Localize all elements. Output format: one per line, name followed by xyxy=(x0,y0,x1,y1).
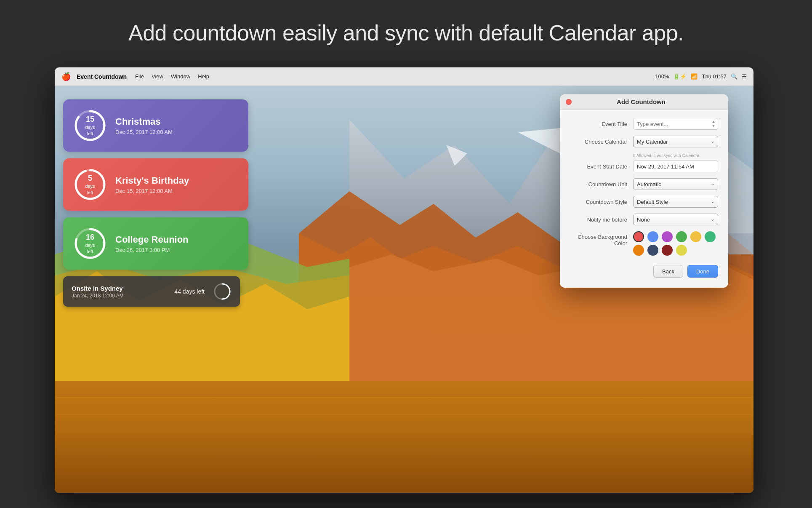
birthday-date: Dec 15, 2017 12:00 AM xyxy=(115,188,238,194)
color-darkblue[interactable] xyxy=(647,245,658,256)
event-title-control: ▲▼ xyxy=(633,118,718,130)
reunion-title: College Reunion xyxy=(115,234,238,245)
battery-pct: 100% xyxy=(655,73,669,80)
sydney-title: Onsite in Sydney xyxy=(72,285,166,292)
christmas-circle: 15 daysleft xyxy=(73,109,107,142)
christmas-title: Christmas xyxy=(115,116,238,127)
menu-file[interactable]: File xyxy=(135,73,144,80)
sydney-circle xyxy=(213,282,232,301)
birthday-days: 5 daysleft xyxy=(85,174,95,195)
wifi-icon: 📶 xyxy=(691,73,698,80)
birthday-card[interactable]: 5 daysleft Kristy's Birthday Dec 15, 201… xyxy=(63,158,248,211)
color-row: Choose Background Color xyxy=(570,231,718,256)
christmas-date: Dec 25, 2017 12:00 AM xyxy=(115,129,238,135)
modal-title: Add Countdown xyxy=(617,98,677,105)
svg-rect-11 xyxy=(55,381,753,398)
reunion-days: 16 daysleft xyxy=(85,233,95,254)
event-title-row: Event Title ▲▼ xyxy=(570,118,718,130)
countdown-unit-select[interactable]: Automatic xyxy=(633,178,718,190)
countdown-unit-row: Countdown Unit Automatic xyxy=(570,178,718,190)
notify-select[interactable]: None xyxy=(633,214,718,225)
close-button[interactable] xyxy=(566,99,572,105)
color-green2[interactable] xyxy=(705,231,716,242)
back-button[interactable]: Back xyxy=(653,265,683,278)
color-darkred[interactable] xyxy=(662,245,673,256)
list-icon[interactable]: ☰ xyxy=(742,73,747,80)
calendar-helper: If Allowed, it will sync with Calendar. xyxy=(570,153,718,158)
add-countdown-modal: Add Countdown Event Title ▲▼ xyxy=(560,94,728,288)
countdown-style-control: Default Style xyxy=(633,196,718,208)
countdown-unit-label: Countdown Unit xyxy=(570,181,633,187)
christmas-info: Christmas Dec 25, 2017 12:00 AM xyxy=(115,116,238,135)
countdown-style-row: Countdown Style Default Style xyxy=(570,196,718,208)
color-blue[interactable] xyxy=(647,231,658,242)
event-start-date-label: Event Start Date xyxy=(570,163,633,170)
notify-row: Notify me before None xyxy=(570,214,718,225)
color-yellow[interactable] xyxy=(690,231,701,242)
reunion-info: College Reunion Dec 26, 2017 3:00 PM xyxy=(115,234,238,253)
search-icon[interactable]: 🔍 xyxy=(731,73,737,80)
sydney-info: Onsite in Sydney Jan 24, 2018 12:00 AM xyxy=(72,285,166,299)
hero-text: Add countdown easily and sync with defau… xyxy=(0,0,812,59)
color-green[interactable] xyxy=(676,231,687,242)
event-start-date-control xyxy=(633,160,718,172)
modal-titlebar: Add Countdown xyxy=(560,94,728,110)
birthday-info: Kristy's Birthday Dec 15, 2017 12:00 AM xyxy=(115,175,238,194)
color-red[interactable] xyxy=(633,231,644,242)
battery-icon: 🔋⚡ xyxy=(673,73,687,80)
bg-color-label: Choose Background Color xyxy=(570,231,633,246)
app-name: Event Countdown xyxy=(77,73,127,80)
reunion-card[interactable]: 16 daysleft College Reunion Dec 26, 2017… xyxy=(63,217,248,270)
notify-label: Notify me before xyxy=(570,217,633,223)
birthday-circle: 5 daysleft xyxy=(73,168,107,201)
event-title-label: Event Title xyxy=(570,121,633,127)
sydney-date: Jan 24, 2018 12:00 AM xyxy=(72,293,166,299)
countdown-style-select[interactable]: Default Style xyxy=(633,196,718,208)
apple-icon: 🍎 xyxy=(61,72,71,81)
menu-help[interactable]: Help xyxy=(198,73,209,80)
event-start-date-row: Event Start Date xyxy=(570,160,718,172)
background-scene: 15 daysleft Christmas Dec 25, 2017 12:00… xyxy=(55,86,753,493)
color-lightyellow[interactable] xyxy=(676,245,687,256)
color-grid xyxy=(633,231,716,256)
countdown-style-label: Countdown Style xyxy=(570,199,633,205)
choose-calendar-label: Choose Calendar xyxy=(570,139,633,145)
color-orange[interactable] xyxy=(633,245,644,256)
notify-control: None xyxy=(633,214,718,225)
color-purple[interactable] xyxy=(662,231,673,242)
choose-calendar-control: My Calendar xyxy=(633,136,718,147)
sydney-card[interactable]: Onsite in Sydney Jan 24, 2018 12:00 AM 4… xyxy=(63,276,240,307)
reunion-circle: 16 daysleft xyxy=(73,227,107,260)
christmas-card[interactable]: 15 daysleft Christmas Dec 25, 2017 12:00… xyxy=(63,99,248,152)
menubar-right: 100% 🔋⚡ 📶 Thu 01:57 🔍 ☰ xyxy=(655,73,747,80)
screenshot-container: 🍎 Event Countdown File View Window Help … xyxy=(55,67,753,493)
christmas-days: 15 daysleft xyxy=(85,115,95,136)
done-button[interactable]: Done xyxy=(687,265,718,278)
event-title-input[interactable] xyxy=(633,118,718,130)
reunion-date: Dec 26, 2017 3:00 PM xyxy=(115,247,238,253)
clock: Thu 01:57 xyxy=(702,73,727,80)
choose-calendar-select[interactable]: My Calendar xyxy=(633,136,718,147)
sydney-days: 44 days left xyxy=(174,288,205,295)
modal-body: Event Title ▲▼ Choose Calendar xyxy=(560,110,728,288)
menu-window[interactable]: Window xyxy=(171,73,190,80)
countdown-unit-control: Automatic xyxy=(633,178,718,190)
event-start-date-input[interactable] xyxy=(633,160,718,172)
menubar: 🍎 Event Countdown File View Window Help … xyxy=(55,67,753,86)
modal-footer: Back Done xyxy=(570,262,718,278)
birthday-title: Kristy's Birthday xyxy=(115,175,238,186)
choose-calendar-row: Choose Calendar My Calendar xyxy=(570,136,718,147)
cards-container: 15 daysleft Christmas Dec 25, 2017 12:00… xyxy=(63,99,248,307)
menu-view[interactable]: View xyxy=(152,73,163,80)
